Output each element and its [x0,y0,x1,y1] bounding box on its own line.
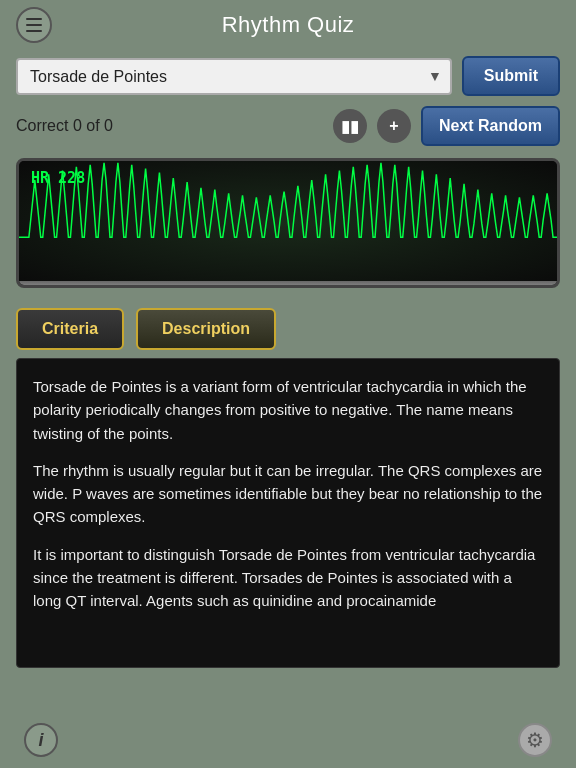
pause-button[interactable]: ▮▮ [333,109,367,143]
menu-icon [26,30,42,32]
pause-icon: ▮▮ [341,117,359,136]
monitor-base [19,281,557,288]
description-para-2: The rhythm is usually regular but it can… [33,459,543,529]
add-icon: + [389,117,398,135]
settings-icon: ⚙ [526,728,544,752]
info-button[interactable]: i [24,723,58,757]
controls-row: Torsade de Pointes Normal Sinus Rhythm A… [0,50,576,102]
next-random-button[interactable]: Next Random [421,106,560,146]
ecg-monitor: HR 228 [16,158,560,288]
add-button[interactable]: + [377,109,411,143]
description-text: Torsade de Pointes is a variant form of … [33,375,543,612]
header: Rhythm Quiz [0,0,576,50]
description-para-3: It is important to distinguish Torsade d… [33,543,543,613]
criteria-tab[interactable]: Criteria [16,308,124,350]
ecg-waveform [19,161,557,285]
menu-button[interactable] [16,7,52,43]
correct-count: Correct 0 of 0 [16,117,323,135]
dropdown-wrapper: Torsade de Pointes Normal Sinus Rhythm A… [16,58,452,95]
second-controls-row: Correct 0 of 0 ▮▮ + Next Random [0,102,576,150]
menu-icon [26,24,42,26]
description-tab[interactable]: Description [136,308,276,350]
footer: i ⚙ [0,712,576,768]
page-title: Rhythm Quiz [222,12,355,38]
description-para-1: Torsade de Pointes is a variant form of … [33,375,543,445]
tab-row: Criteria Description [0,296,576,358]
rhythm-dropdown[interactable]: Torsade de Pointes Normal Sinus Rhythm A… [16,58,452,95]
info-icon: i [38,730,43,751]
submit-button[interactable]: Submit [462,56,560,96]
menu-icon [26,18,42,20]
description-box: Torsade de Pointes is a variant form of … [16,358,560,668]
settings-button[interactable]: ⚙ [518,723,552,757]
ecg-screen: HR 228 [19,161,557,285]
